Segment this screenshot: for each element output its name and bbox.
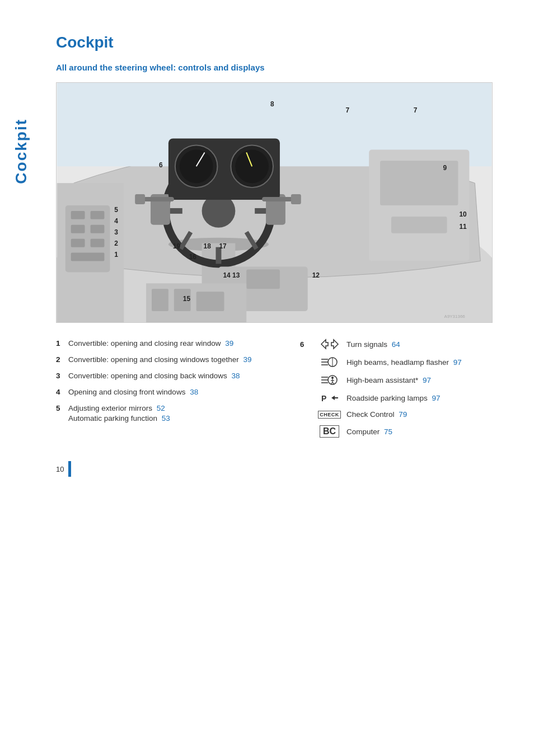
svg-rect-43 — [152, 289, 168, 311]
svg-point-77 — [331, 377, 334, 379]
svg-rect-39 — [291, 194, 301, 204]
list-item: P Roadside parking lamps 97 — [289, 392, 512, 403]
section-subtitle: All around the steering wheel: controls … — [56, 63, 512, 72]
svg-text:8: 8 — [270, 100, 274, 108]
svg-text:4: 4 — [114, 217, 118, 225]
item-number-6: 6 — [289, 340, 315, 349]
svg-text:10: 10 — [459, 210, 467, 218]
svg-text:12: 12 — [312, 271, 320, 279]
svg-text:P: P — [321, 394, 326, 403]
cockpit-diagram: 8 7 7 6 9 10 11 12 14 13 15 16 17 18 — [56, 82, 493, 323]
page-bar-indicator — [68, 461, 71, 477]
svg-text:16: 16 — [189, 253, 197, 261]
turn-signals-icon — [317, 339, 342, 350]
svg-text:6: 6 — [159, 161, 163, 169]
svg-text:7: 7 — [345, 106, 349, 114]
svg-rect-41 — [246, 269, 280, 289]
check-control-icon: CHECK — [317, 411, 342, 419]
page-number-area: 10 — [56, 461, 512, 477]
svg-rect-31 — [71, 225, 85, 233]
svg-marker-67 — [331, 340, 338, 349]
svg-text:17: 17 — [219, 242, 227, 250]
svg-rect-45 — [196, 292, 224, 311]
list-item: 2 Convertible: opening and closing windo… — [56, 355, 278, 365]
page-num-text: 10 — [56, 465, 64, 473]
list-item: High-beam assistant* 97 — [289, 374, 512, 386]
high-beam-assistant-icon — [317, 374, 342, 386]
svg-text:3: 3 — [114, 228, 118, 236]
svg-text:2: 2 — [114, 240, 118, 247]
list-item: 3 Convertible: opening and closing back … — [56, 371, 278, 382]
svg-rect-35 — [71, 253, 105, 261]
svg-text:15: 15 — [183, 295, 191, 303]
svg-text:19: 19 — [173, 242, 181, 250]
svg-rect-26 — [391, 217, 447, 233]
list-item: 4 Opening and closing front windows 38 — [56, 387, 278, 398]
svg-rect-36 — [143, 197, 174, 201]
svg-text:14 13: 14 13 — [223, 271, 240, 279]
svg-rect-38 — [262, 197, 293, 201]
sidebar-chapter-label: Cockpit — [10, 95, 32, 207]
right-labels-col: 6 Turn signals 64 — [278, 339, 512, 444]
svg-rect-33 — [71, 239, 85, 247]
svg-text:A9Y31366: A9Y31366 — [444, 314, 466, 319]
high-beams-icon — [317, 356, 342, 368]
bc-icon: BC — [317, 425, 342, 438]
svg-text:7: 7 — [414, 106, 418, 114]
svg-text:5: 5 — [114, 206, 118, 214]
list-item: 1 Convertible: opening and closing rear … — [56, 339, 278, 349]
svg-text:1: 1 — [114, 251, 118, 259]
labels-area: 1 Convertible: opening and closing rear … — [56, 339, 512, 444]
svg-marker-66 — [321, 340, 328, 349]
list-item: 5 Adjusting exterior mirrors 52 Automati… — [56, 403, 278, 425]
svg-rect-37 — [135, 194, 145, 204]
roadside-parking-icon: P — [317, 392, 342, 403]
svg-text:9: 9 — [443, 164, 447, 172]
svg-marker-83 — [331, 396, 338, 400]
list-item: BC Computer 75 — [289, 425, 512, 438]
svg-rect-32 — [91, 225, 105, 233]
svg-text:18: 18 — [204, 242, 212, 250]
list-item: High beams, headlamp flasher 97 — [289, 356, 512, 368]
svg-rect-29 — [71, 211, 85, 219]
left-labels-col: 1 Convertible: opening and closing rear … — [56, 339, 278, 444]
svg-text:11: 11 — [459, 223, 467, 231]
list-item: CHECK Check Control 79 — [289, 410, 512, 419]
page-title: Cockpit — [56, 34, 512, 51]
list-item: 6 Turn signals 64 — [289, 339, 512, 350]
svg-rect-30 — [91, 211, 105, 219]
svg-rect-34 — [91, 239, 105, 247]
